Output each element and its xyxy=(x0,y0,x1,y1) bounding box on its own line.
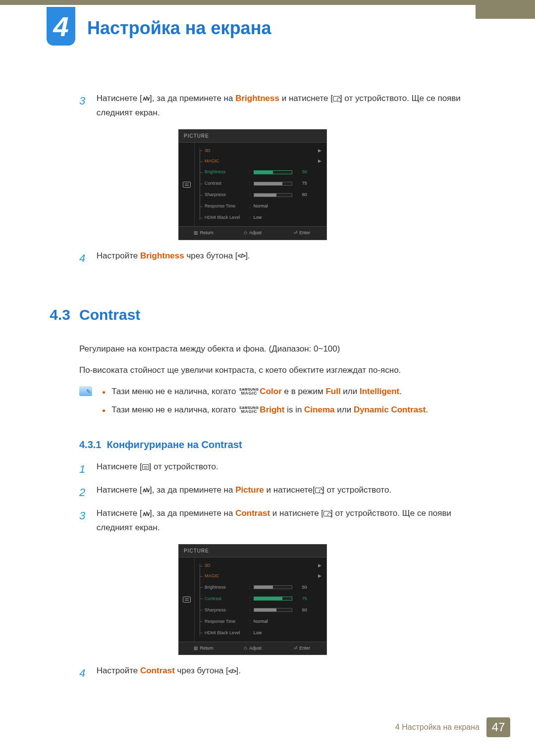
osd-label: 3D xyxy=(205,147,249,154)
osd-rows: 3D▶MAGIC▶Brightness:50Contrast:75Sharpne… xyxy=(195,557,326,642)
enter-label: Enter xyxy=(300,229,311,237)
osd-value: Normal xyxy=(254,202,268,210)
osd-row: Contrast:75 xyxy=(195,593,326,605)
section-heading: 4.3 Contrast xyxy=(79,302,476,327)
slider-value: 60 xyxy=(296,191,307,199)
step-text: Настройте Contrast чрез бутона [</>]. xyxy=(97,664,473,678)
hl: Brightness xyxy=(235,94,279,103)
step-number: 4 xyxy=(79,664,94,682)
note-line: ● Тази меню не е налична, когато SAMSUNG… xyxy=(102,403,476,417)
step-number: 3 xyxy=(79,92,94,110)
osd-rows: 3D▶MAGIC▶Brightness:50Contrast:75Sharpne… xyxy=(195,143,326,227)
chevron-right-icon: ▶ xyxy=(318,147,321,154)
chevron-right-icon: ▶ xyxy=(318,562,321,569)
t: ]. xyxy=(245,251,250,260)
hl: Picture xyxy=(235,485,264,495)
note-icon xyxy=(79,386,92,396)
t: и натиснете [ xyxy=(279,94,333,103)
page-number: 47 xyxy=(492,720,505,734)
osd-label: 3D xyxy=(205,562,249,569)
samsung-magic-icon: SAMSUNGMAGIC xyxy=(239,388,259,395)
bullet-icon: ● xyxy=(102,387,106,397)
t: или xyxy=(335,405,354,414)
osd-title: PICTURE xyxy=(179,545,326,557)
t: ], за да преминете на xyxy=(150,485,235,495)
hl: Brightness xyxy=(140,251,184,260)
chevron-right-icon: ▶ xyxy=(318,572,321,580)
osd-footer: ▥Return ◇Adjust ⏎Enter xyxy=(179,642,326,655)
osd-row: Contrast:75 xyxy=(195,178,326,189)
step-number: 3 xyxy=(79,506,94,525)
osd-row: Response Time:Normal xyxy=(195,616,326,627)
slider-value: 50 xyxy=(296,168,307,176)
osd-row: MAGIC▶ xyxy=(195,156,326,166)
left-right-icon: </> xyxy=(238,251,246,261)
top-bar xyxy=(0,0,535,5)
osd-row: HDMI Black Level:Low xyxy=(195,627,326,639)
subsection-heading: 4.3.1 Конфигуриране на Contrast xyxy=(79,436,476,453)
osd-label: HDMI Black Level xyxy=(205,629,249,637)
osd-row: 3D▶ xyxy=(195,560,326,571)
slider-bar xyxy=(254,193,292,197)
slider-value: 50 xyxy=(296,584,307,591)
note-line: ● Тази меню не е налична, когато SAMSUNG… xyxy=(102,385,476,399)
osd-label: Sharpness xyxy=(205,191,249,199)
osd-category-icon xyxy=(179,557,195,642)
step-4: 4 Настройте Contrast чрез бутона [</>]. xyxy=(79,664,476,682)
t: ]. xyxy=(236,666,240,675)
section-title: Contrast xyxy=(79,302,140,327)
up-down-icon: ∧/∨ xyxy=(142,94,150,103)
step-text: Натиснете [∧/∨], за да преминете на Pict… xyxy=(97,483,473,498)
footer-text: 4 Настройка на екрана xyxy=(395,723,480,732)
slider-value: 60 xyxy=(296,606,307,614)
return-label: Return xyxy=(200,645,214,652)
enter-icon: ⏎ xyxy=(294,645,298,652)
slider-value: 75 xyxy=(296,180,307,187)
osd-label: HDMI Black Level xyxy=(205,214,249,221)
osd-row: Brightness:50 xyxy=(195,166,326,178)
slider-value: 75 xyxy=(296,595,307,603)
t: Настройте xyxy=(97,666,140,675)
t: Тази меню не е налична, когато xyxy=(111,387,238,396)
adjust-icon: ◇ xyxy=(244,229,247,237)
t: Настройте xyxy=(97,251,140,260)
samsung-magic-icon: SAMSUNGMAGIC xyxy=(239,406,259,413)
osd-value: Low xyxy=(254,629,262,637)
enter-label: Enter xyxy=(300,645,311,652)
hl: Intelligent xyxy=(360,387,399,396)
osd-row: Sharpness:60 xyxy=(195,189,326,201)
slider-bar xyxy=(254,585,292,589)
osd-row: Response Time:Normal xyxy=(195,201,326,212)
hl: Bright xyxy=(260,405,284,414)
step-3-top: 3 Натиснете [∧/∨], за да преминете на Br… xyxy=(79,92,476,120)
osd-label: Contrast xyxy=(205,595,249,603)
osd-row: 3D▶ xyxy=(195,146,326,156)
t: is in xyxy=(284,405,304,414)
paragraph: По-високата стойност ще увеличи контраст… xyxy=(79,363,476,378)
osd-screenshot-contrast: PICTURE 3D▶MAGIC▶Brightness:50Contrast:7… xyxy=(178,544,327,655)
t: и натиснете [ xyxy=(270,508,323,518)
osd-category-icon xyxy=(179,143,195,227)
chapter-badge: 4 xyxy=(47,7,75,46)
note-box: ● Тази меню не е налична, когато SAMSUNG… xyxy=(79,385,476,421)
chevron-right-icon: ▶ xyxy=(318,157,321,165)
osd-row: Sharpness:60 xyxy=(195,605,326,616)
osd-row: Brightness:50 xyxy=(195,582,326,593)
section-number: 4.3 xyxy=(45,302,79,327)
step-2: 2 Натиснете [∧/∨], за да преминете на Pi… xyxy=(79,483,476,502)
osd-label: Sharpness xyxy=(205,606,249,614)
t: Тази меню не е налична, когато xyxy=(111,405,238,414)
osd-value: Normal xyxy=(254,618,268,625)
step-3: 3 Натиснете [∧/∨], за да преминете на Co… xyxy=(79,506,476,535)
t: чрез бутона [ xyxy=(184,251,238,260)
slider-bar xyxy=(254,608,292,612)
osd-title: PICTURE xyxy=(179,130,326,143)
osd-label: Brightness xyxy=(205,168,249,176)
t: ] от устройството. xyxy=(322,485,391,495)
step-4-top: 4 Настройте Brightness чрез бутона [</>]… xyxy=(79,249,476,267)
t: чрез бутона [ xyxy=(175,666,228,675)
enter-icon xyxy=(315,488,322,493)
step-number: 1 xyxy=(79,460,94,478)
hl: Contrast xyxy=(235,508,270,518)
osd-row: MAGIC▶ xyxy=(195,571,326,581)
